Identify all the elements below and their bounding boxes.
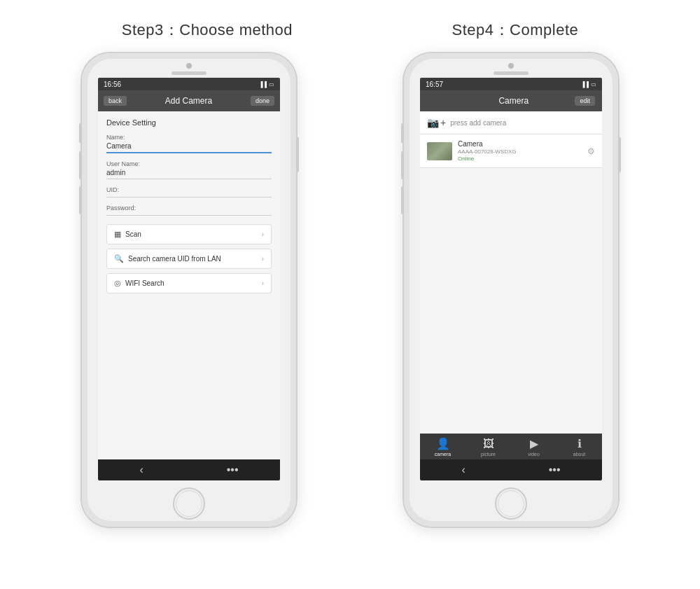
add-camera-title: Add Camera (165, 96, 212, 106)
power-button (296, 137, 299, 172)
edit-button[interactable]: edit (575, 96, 595, 106)
camera-uid: AAAA-007028-WSDXG (458, 148, 582, 155)
back-button[interactable]: back (104, 96, 127, 106)
home-button-inner-3 (176, 490, 202, 517)
battery-icon: ▭ (269, 81, 274, 88)
tab-video[interactable]: ▶ video (511, 437, 556, 457)
speaker-icon-4 (493, 71, 528, 75)
tab-camera[interactable]: 👤 camera (420, 437, 465, 457)
home-button-3[interactable] (173, 487, 205, 520)
video-cam-icon: 📷 (427, 117, 439, 128)
scan-label: Scan (125, 230, 141, 238)
front-camera-icon (186, 63, 192, 69)
signal-icon-4: ▐▐ (581, 81, 589, 88)
camera-info: Camera AAAA-007028-WSDXG Online (458, 140, 582, 162)
camera-thumbnail (427, 142, 452, 160)
signal-icon: ▐▐ (259, 81, 267, 88)
volume-down-button (79, 186, 82, 214)
password-label: Password: (106, 205, 272, 212)
front-camera-icon-4 (508, 63, 514, 69)
about-tab-icon: ℹ (578, 437, 582, 450)
back-nav-icon-4[interactable]: ‹ (461, 464, 465, 476)
phone-step4: 16:57 ▐▐ ▭ Camera edit 📷 + (402, 52, 620, 528)
battery-icon-4: ▭ (591, 81, 596, 88)
steps-header: Step3：Choose method Step4：Complete (0, 0, 700, 52)
search-uid-chevron-icon: › (262, 255, 264, 263)
mute-button (79, 123, 82, 143)
camera-tab-icon: 👤 (436, 437, 450, 450)
plus-icon: + (440, 117, 446, 128)
picture-tab-label: picture (481, 452, 496, 457)
password-input-wrapper[interactable] (106, 213, 272, 216)
camera-status: Online (458, 155, 582, 162)
device-setting-content: Device Setting Name: Camera User Name: a… (98, 111, 280, 459)
name-input-wrapper[interactable]: Camera (106, 142, 272, 153)
phone4-screen: 16:57 ▐▐ ▭ Camera edit 📷 + (420, 78, 602, 480)
status-bar-4: 16:57 ▐▐ ▭ (420, 78, 602, 90)
camera-nav: Camera edit (420, 90, 602, 111)
about-tab-label: about (573, 452, 586, 457)
search-uid-button-left: 🔍 Search camera UID from LAN (114, 254, 221, 263)
tab-picture[interactable]: 🖼 picture (465, 438, 511, 457)
wifi-search-button[interactable]: ◎ WIFI Search › (106, 273, 272, 293)
username-input[interactable]: admin (106, 169, 272, 176)
wifi-search-chevron-icon: › (262, 279, 264, 287)
camera-list: 📷 + press add camera Camera AAAA-007028-… (420, 111, 602, 434)
step3-title: Step3：Choose method (122, 20, 293, 41)
video-tab-icon: ▶ (530, 437, 538, 450)
scan-chevron-icon: › (262, 230, 264, 238)
name-input[interactable]: Camera (106, 142, 272, 150)
video-tab-label: video (528, 452, 540, 457)
power-button-4 (618, 137, 621, 172)
tab-about[interactable]: ℹ about (556, 437, 602, 457)
username-field-row: User Name: admin (106, 160, 272, 179)
uid-field-row: UID: (106, 186, 272, 198)
tab-bar: 👤 camera 🖼 picture ▶ video ℹ about (420, 434, 602, 459)
phone-step3: 16:56 ▐▐ ▭ back Add Camera done Device S… (80, 52, 298, 528)
mute-button-4 (401, 123, 404, 143)
status-bar-3: 16:56 ▐▐ ▭ (98, 78, 280, 90)
done-button[interactable]: done (251, 96, 274, 106)
bottom-nav-bar-3: ‹ ••• (98, 459, 280, 480)
username-label: User Name: (106, 160, 272, 167)
wifi-search-button-left: ◎ WIFI Search (114, 279, 164, 288)
bottom-nav-bar-4: ‹ ••• (420, 459, 602, 480)
more-nav-icon-4[interactable]: ••• (549, 464, 561, 476)
phone-top-area-4 (404, 53, 618, 75)
step4-title: Step4：Complete (452, 20, 579, 41)
add-camera-nav: back Add Camera done (98, 90, 280, 111)
camera-item[interactable]: Camera AAAA-007028-WSDXG Online ⚙ (420, 134, 602, 168)
add-camera-icon: 📷 + (427, 117, 446, 128)
phone-top-area (82, 53, 296, 75)
search-uid-button[interactable]: 🔍 Search camera UID from LAN › (106, 249, 272, 269)
search-icon: 🔍 (114, 254, 124, 263)
wifi-search-label: WIFI Search (125, 279, 164, 287)
status-time-4: 16:57 (426, 81, 443, 88)
status-icons-3: ▐▐ ▭ (259, 81, 274, 88)
more-nav-icon[interactable]: ••• (227, 464, 239, 476)
uid-input-wrapper[interactable] (106, 195, 272, 198)
phone3-screen: 16:56 ▐▐ ▭ back Add Camera done Device S… (98, 78, 280, 480)
methods-section: ▦ Scan › 🔍 Search camera UID from LAN › (106, 224, 272, 293)
volume-up-button (79, 151, 82, 179)
device-setting-form: Device Setting Name: Camera User Name: a… (98, 111, 280, 305)
speaker-icon (172, 71, 206, 75)
device-setting-title: Device Setting (106, 118, 272, 127)
uid-label: UID: (106, 186, 272, 193)
scan-button-left: ▦ Scan (114, 230, 141, 239)
volume-up-button-4 (401, 151, 404, 179)
add-camera-text: press add camera (450, 119, 506, 127)
name-field-row: Name: Camera (106, 134, 272, 153)
gear-icon[interactable]: ⚙ (587, 146, 595, 156)
search-uid-label: Search camera UID from LAN (128, 255, 221, 263)
username-input-wrapper[interactable]: admin (106, 169, 272, 179)
home-button-4[interactable] (495, 487, 527, 520)
status-icons-4: ▐▐ ▭ (581, 81, 596, 88)
home-button-inner-4 (498, 490, 524, 517)
phones-container: 16:56 ▐▐ ▭ back Add Camera done Device S… (0, 52, 700, 528)
back-nav-icon[interactable]: ‹ (139, 464, 143, 476)
add-camera-row[interactable]: 📷 + press add camera (420, 111, 602, 134)
name-label: Name: (106, 134, 272, 141)
wifi-icon: ◎ (114, 279, 121, 288)
scan-button[interactable]: ▦ Scan › (106, 224, 272, 244)
